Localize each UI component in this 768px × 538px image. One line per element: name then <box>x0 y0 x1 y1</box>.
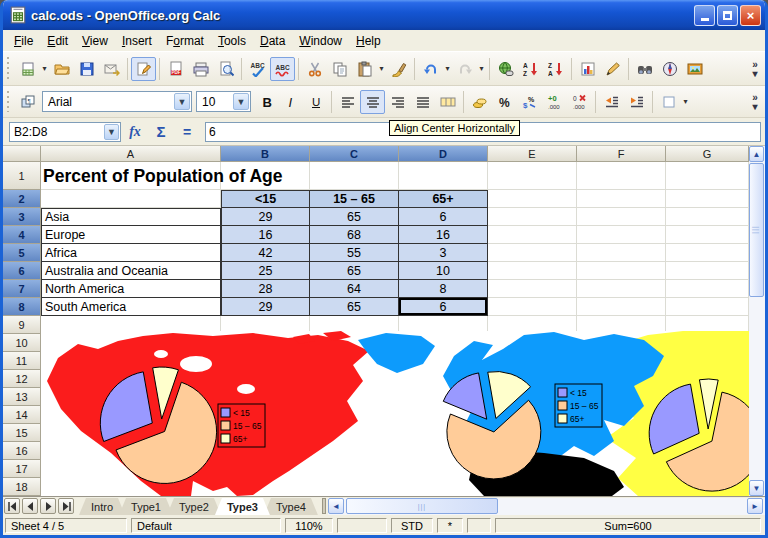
justified-button[interactable] <box>410 90 435 114</box>
spellcheck-button[interactable]: ABC <box>245 57 270 81</box>
scroll-down-button[interactable]: ▼ <box>749 480 764 496</box>
row-header-14[interactable]: 14 <box>3 406 41 424</box>
paste-button[interactable] <box>352 57 377 81</box>
merge-cells-button[interactable] <box>435 90 460 114</box>
function-wizard-button[interactable]: fx <box>123 121 147 143</box>
bold-button[interactable]: B <box>253 90 278 114</box>
toolbar-grip[interactable] <box>6 91 11 113</box>
last-sheet-button[interactable] <box>58 498 74 514</box>
column-header-G[interactable]: G <box>666 146 749 162</box>
vertical-scroll-thumb[interactable]: ||| <box>749 163 764 297</box>
column-header-B[interactable]: B <box>221 146 310 162</box>
cell-D4[interactable]: 16 <box>399 226 488 244</box>
italic-button[interactable]: I <box>278 90 303 114</box>
cell-C8[interactable]: 65 <box>310 298 399 316</box>
navigator-button[interactable] <box>657 57 682 81</box>
row-header-13[interactable]: 13 <box>3 388 41 406</box>
cell-D5[interactable]: 3 <box>399 244 488 262</box>
cell-E1[interactable] <box>488 162 577 190</box>
status-modified-flag[interactable]: * <box>437 518 463 533</box>
hyperlink-button[interactable] <box>493 57 518 81</box>
align-left-button[interactable] <box>335 90 360 114</box>
borders-dropdown[interactable]: ▾ <box>681 97 690 106</box>
row-header-7[interactable]: 7 <box>3 280 41 298</box>
cell-A8[interactable]: South America <box>41 298 221 316</box>
cell-G3[interactable] <box>666 208 749 226</box>
borders-button[interactable] <box>656 90 681 114</box>
cell-B7[interactable]: 28 <box>221 280 310 298</box>
maximize-button[interactable] <box>717 5 738 26</box>
cell-A2[interactable] <box>41 190 221 208</box>
row-header-6[interactable]: 6 <box>3 262 41 280</box>
cell-C2[interactable]: 15 – 65 <box>310 190 399 208</box>
format-paintbrush-button[interactable] <box>386 57 411 81</box>
horizontal-scrollbar[interactable]: ◄ ||| ► <box>328 498 765 515</box>
cell-D7[interactable]: 8 <box>399 280 488 298</box>
row-header-11[interactable]: 11 <box>3 352 41 370</box>
redo-dropdown[interactable]: ▾ <box>477 64 486 73</box>
cell-E8[interactable] <box>488 298 577 316</box>
align-right-button[interactable] <box>385 90 410 114</box>
menu-item-data[interactable]: Data <box>253 32 292 50</box>
cell-B8[interactable]: 29 <box>221 298 310 316</box>
row-header-9[interactable]: 9 <box>3 316 41 334</box>
cell-B6[interactable]: 25 <box>221 262 310 280</box>
cell-F1[interactable] <box>577 162 666 190</box>
horizontal-scroll-thumb[interactable]: ||| <box>346 498 498 514</box>
toolbar-overflow-button[interactable]: »▾ <box>748 93 762 111</box>
scroll-left-button[interactable]: ◄ <box>328 498 344 514</box>
font-size-combobox[interactable]: 10▼ <box>196 91 251 112</box>
name-box[interactable]: B2:D8 ▼ <box>9 122 121 142</box>
delete-decimal-place-button[interactable]: 0.000 <box>567 90 592 114</box>
cell-C4[interactable]: 68 <box>310 226 399 244</box>
sheet-tab-type1[interactable]: Type1 <box>119 498 173 515</box>
row-header-2[interactable]: 2 <box>3 190 41 208</box>
cut-button[interactable] <box>302 57 327 81</box>
sum-button[interactable]: Σ <box>149 121 173 143</box>
document-as-email-button[interactable] <box>99 57 124 81</box>
cell-G5[interactable] <box>666 244 749 262</box>
chevron-down-icon[interactable]: ▼ <box>233 93 249 110</box>
cell-D2[interactable]: 65+ <box>399 190 488 208</box>
row-header-8[interactable]: 8 <box>3 298 41 316</box>
cell-C7[interactable]: 64 <box>310 280 399 298</box>
column-header-D[interactable]: D <box>399 146 488 162</box>
row-header-5[interactable]: 5 <box>3 244 41 262</box>
menu-item-help[interactable]: Help <box>349 32 388 50</box>
toolbar-grip[interactable] <box>6 57 11 80</box>
cell-E2[interactable] <box>488 190 577 208</box>
chevron-down-icon[interactable]: ▼ <box>104 124 119 140</box>
cell-F2[interactable] <box>577 190 666 208</box>
cell-E6[interactable] <box>488 262 577 280</box>
new-document-dropdown[interactable]: ▾ <box>40 64 49 73</box>
cell-D1[interactable] <box>399 162 488 190</box>
cell-G8[interactable] <box>666 298 749 316</box>
underline-button[interactable]: U <box>303 90 328 114</box>
menu-item-tools[interactable]: Tools <box>211 32 253 50</box>
cell-E5[interactable] <box>488 244 577 262</box>
cell-G6[interactable] <box>666 262 749 280</box>
cell-A7[interactable]: North America <box>41 280 221 298</box>
select-all-corner[interactable] <box>3 146 41 162</box>
cell-C6[interactable]: 65 <box>310 262 399 280</box>
first-sheet-button[interactable] <box>4 498 20 514</box>
minimize-button[interactable] <box>694 5 715 26</box>
cell-F6[interactable] <box>577 262 666 280</box>
insert-chart-button[interactable] <box>575 57 600 81</box>
toolbar-overflow-button[interactable]: »▾ <box>748 60 762 78</box>
cell-B3[interactable]: 29 <box>221 208 310 226</box>
redo-button[interactable] <box>452 57 477 81</box>
row-header-15[interactable]: 15 <box>3 424 41 442</box>
row-header-4[interactable]: 4 <box>3 226 41 244</box>
close-button[interactable]: × <box>740 5 761 26</box>
cell-B5[interactable]: 42 <box>221 244 310 262</box>
new-document-button[interactable] <box>15 57 40 81</box>
undo-button[interactable] <box>418 57 443 81</box>
undo-dropdown[interactable]: ▾ <box>443 64 452 73</box>
gallery-button[interactable] <box>682 57 707 81</box>
status-sheet-position[interactable]: Sheet 4 / 5 <box>5 518 127 533</box>
sheet-title-cell[interactable]: Percent of Population of Age <box>43 162 283 190</box>
show-draw-functions-button[interactable] <box>600 57 625 81</box>
save-button[interactable] <box>74 57 99 81</box>
edit-file-button[interactable] <box>131 57 156 81</box>
